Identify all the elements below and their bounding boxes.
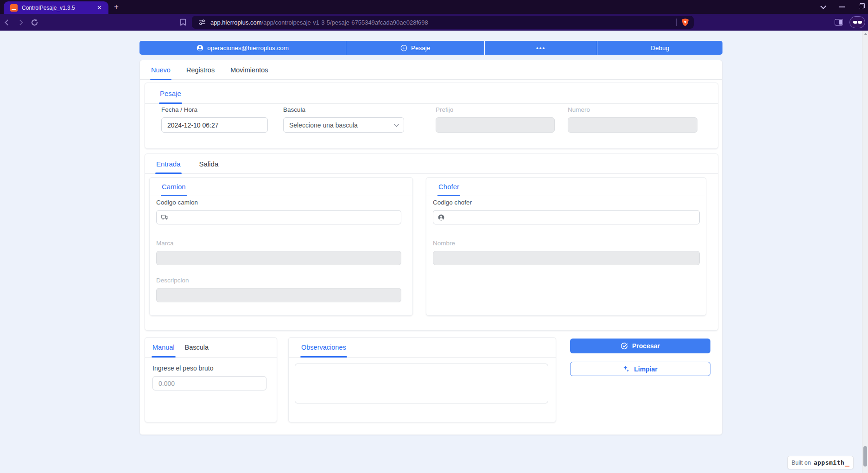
nav-pesaje-label: Pesaje (411, 45, 430, 51)
appsmith-logo-cursor: _ (845, 458, 849, 467)
camion-tabs: Camion (150, 178, 412, 196)
brave-shield-icon[interactable] (681, 18, 689, 27)
prefijo-input (436, 117, 555, 133)
chofer-tabs: Chofer (426, 178, 706, 196)
nav-item-debug[interactable]: Debug (597, 41, 722, 55)
appsmith-logo: appsmith (814, 459, 845, 466)
check-circle-icon (621, 342, 628, 350)
tab-camion[interactable]: Camion (162, 178, 186, 196)
tab-manual[interactable]: Manual (152, 338, 175, 357)
new-tab-icon[interactable]: + (114, 3, 119, 11)
tab-search-chevron-icon[interactable] (820, 3, 826, 9)
pesaje-section-card: Pesaje Fecha / Hora Bascula Seleccione u… (145, 83, 718, 149)
descripcion-label: Descripcion (156, 277, 401, 284)
codigo-camion-field (156, 210, 401, 224)
peso-tabs: Manual Bascula (145, 338, 277, 358)
limpiar-label: Limpiar (634, 365, 658, 373)
procesar-label: Procesar (632, 342, 660, 350)
entrada-salida-tabs: Entrada Salida (145, 154, 718, 174)
chofer-card: Chofer Codigo chofer (426, 177, 706, 316)
plus-circle-icon (400, 45, 407, 51)
chevron-down-icon (394, 122, 399, 127)
url-bar[interactable]: app.hierroplus.com/app/controlpesaje-v1-… (192, 16, 694, 29)
fecha-hora-input[interactable] (161, 117, 268, 133)
peso-bruto-input[interactable] (152, 376, 266, 390)
observaciones-textarea[interactable] (295, 364, 548, 403)
url-path: /app/controlpesaje-v1-3-5/pesaje-6755349… (262, 19, 428, 26)
marca-label: Marca (156, 240, 401, 247)
codigo-chofer-label: Codigo chofer (433, 199, 700, 206)
sidebar-toggle-icon[interactable] (835, 19, 843, 26)
bascula-select[interactable]: Seleccione una bascula (283, 117, 404, 133)
nav-item-pesaje[interactable]: Pesaje (346, 41, 484, 55)
tab-registros[interactable]: Registros (186, 60, 215, 79)
reload-icon[interactable] (31, 19, 38, 26)
url-divider (676, 19, 677, 26)
tab-chofer[interactable]: Chofer (438, 178, 459, 196)
bascula-label: Bascula (283, 106, 404, 113)
browser-tab-title: ControlPesaje_v1.3.5 (22, 5, 91, 11)
badge-prefix: Built on (792, 460, 811, 466)
observaciones-tabs: Observaciones (289, 338, 556, 358)
marca-input (156, 251, 401, 265)
codigo-chofer-field (433, 210, 700, 224)
limpiar-button[interactable]: Limpiar (570, 362, 710, 376)
browser-toolbar: app.hierroplus.com/app/controlpesaje-v1-… (0, 14, 868, 31)
nombre-label: Nombre (433, 240, 700, 247)
pesaje-tabs: Pesaje (145, 83, 718, 104)
bookmark-icon[interactable] (180, 19, 186, 26)
site-settings-icon[interactable] (198, 19, 206, 26)
peso-bruto-label: Ingrese el peso bruto (152, 364, 266, 372)
bascula-selected-value: Seleccione una bascula (289, 121, 358, 129)
observaciones-card: Observaciones (288, 337, 556, 422)
action-buttons: Procesar Limpiar (570, 339, 710, 376)
prefijo-label: Prefijo (436, 106, 555, 113)
truck-icon (161, 214, 168, 220)
camion-card: Camion Codigo camion (149, 177, 413, 316)
page: operaciones@hierroplus.com Pesaje ••• De… (0, 31, 868, 473)
site-favicon (10, 4, 18, 12)
descripcion-input (156, 288, 401, 302)
user-circle-icon (196, 45, 203, 51)
numero-label: Numero (568, 106, 697, 113)
main-tabs: Nuevo Registros Movimientos (140, 60, 722, 80)
browser-tab[interactable]: ControlPesaje_v1.3.5 ✕ (4, 1, 108, 14)
codigo-camion-input[interactable] (172, 211, 396, 224)
account-menu-button[interactable]: operaciones@hierroplus.com (139, 41, 346, 55)
tab-entrada[interactable]: Entrada (156, 154, 181, 173)
tab-pesaje[interactable]: Pesaje (160, 83, 181, 103)
main-form-card: Nuevo Registros Movimientos Pesaje Fecha… (139, 60, 722, 435)
browser-profile-icon[interactable] (849, 16, 865, 28)
tab-nuevo[interactable]: Nuevo (151, 60, 171, 79)
sparkles-icon (623, 365, 630, 373)
peso-card: Manual Bascula Ingrese el peso bruto (145, 337, 277, 422)
built-on-appsmith-badge[interactable]: Built on appsmith _ (787, 456, 854, 469)
nombre-input (433, 251, 700, 265)
procesar-button[interactable]: Procesar (570, 339, 710, 353)
app-navigation-bar: operaciones@hierroplus.com Pesaje ••• De… (139, 41, 722, 55)
scrollbar-up-icon[interactable] (864, 33, 868, 35)
forward-icon[interactable] (17, 19, 23, 26)
tab-close-icon[interactable]: ✕ (95, 4, 104, 12)
entrada-section-card: Entrada Salida Camion Codigo camion (145, 153, 718, 331)
window-restore-icon[interactable] (859, 5, 863, 9)
numero-input (568, 117, 697, 133)
back-icon[interactable] (5, 19, 11, 26)
tab-movimientos[interactable]: Movimientos (230, 60, 268, 79)
tab-salida[interactable]: Salida (199, 154, 219, 173)
tab-observaciones[interactable]: Observaciones (301, 338, 346, 357)
window-minimize-icon[interactable] (839, 6, 845, 7)
fecha-hora-label: Fecha / Hora (161, 106, 268, 113)
url-host: app.hierroplus.com (210, 19, 262, 26)
more-dots-icon: ••• (536, 45, 545, 51)
nav-more-button[interactable]: ••• (485, 41, 597, 55)
driver-icon (438, 214, 444, 221)
codigo-camion-label: Codigo camion (156, 199, 401, 206)
scrollbar[interactable] (862, 31, 868, 473)
nav-debug-label: Debug (651, 45, 669, 51)
codigo-chofer-input[interactable] (449, 211, 695, 224)
browser-titlebar: ControlPesaje_v1.3.5 ✕ + (0, 0, 868, 14)
account-label: operaciones@hierroplus.com (207, 45, 289, 51)
scrollbar-thumb[interactable] (863, 446, 867, 467)
tab-bascula[interactable]: Bascula (185, 338, 209, 357)
